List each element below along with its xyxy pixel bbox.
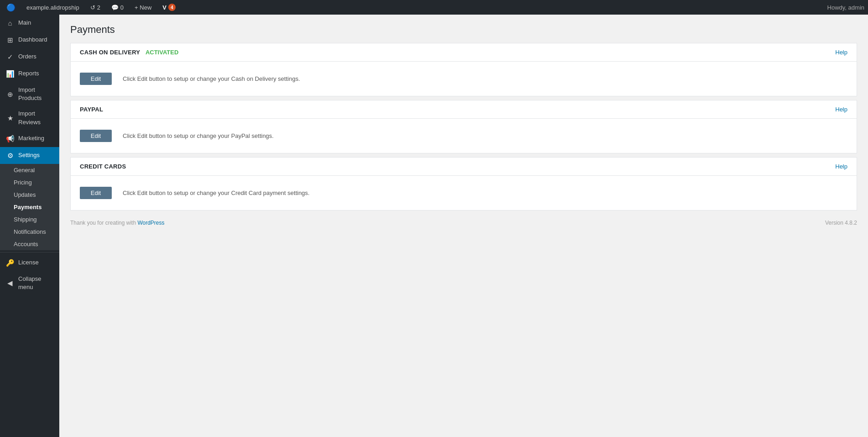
license-icon: 🔑: [5, 258, 15, 268]
sidebar-item-collapse[interactable]: ◀ Collapse menu: [0, 271, 59, 295]
paypal-description: Click Edit button to setup or change you…: [123, 132, 274, 139]
adminbar-wp-logo[interactable]: 🔵: [4, 0, 18, 15]
settings-icon: ⚙: [5, 151, 15, 160]
sidebar-settings-label: Settings: [18, 151, 40, 159]
payment-section-paypal: PAYPAL Help Edit Click Edit button to se…: [70, 100, 857, 153]
sidebar-dashboard-label: Dashboard: [18, 36, 47, 44]
new-label: + New: [135, 4, 151, 11]
sidebar-license-label: License: [18, 258, 39, 267]
sidebar: ⌂ Main ⊞ Dashboard ✓ Orders 📊 Reports ⊕ …: [0, 15, 59, 437]
sidebar-sub-accounts[interactable]: Accounts: [0, 238, 59, 250]
sidebar-import-reviews-label: Import Reviews: [18, 110, 54, 126]
reports-icon: 📊: [5, 69, 15, 79]
cod-body: Edit Click Edit button to setup or chang…: [71, 62, 857, 96]
comments-icon: 💬: [111, 4, 119, 11]
sidebar-item-settings[interactable]: ⚙ Settings: [0, 147, 59, 164]
sidebar-item-main[interactable]: ⌂ Main: [0, 15, 59, 32]
collapse-icon: ◀: [5, 278, 15, 288]
footer-wp-link[interactable]: WordPress: [137, 220, 164, 226]
main-icon: ⌂: [5, 18, 15, 28]
orders-icon: ✓: [5, 52, 15, 62]
cod-activated-label: ACTIVATED: [146, 49, 178, 56]
sidebar-collapse-label: Collapse menu: [18, 275, 54, 291]
sidebar-item-marketing[interactable]: 📢 Marketing: [0, 130, 59, 147]
footer: Thank you for creating with WordPress Ve…: [70, 220, 857, 226]
credit-cards-title: CREDIT CARDS: [80, 163, 126, 170]
import-reviews-icon: ★: [5, 113, 15, 123]
adminbar-plugin[interactable]: V 4: [160, 0, 178, 15]
sidebar-sub-shipping[interactable]: Shipping: [0, 213, 59, 226]
sidebar-divider: [0, 252, 59, 253]
cod-title: CASH ON DELIVERY: [80, 49, 140, 56]
admin-bar: 🔵 example.alidropship ↺ 2 💬 0 + New V 4 …: [0, 0, 868, 15]
sidebar-sub-notifications[interactable]: Notifications: [0, 226, 59, 238]
sidebar-sub-updates[interactable]: Updates: [0, 189, 59, 201]
wp-icon: 🔵: [6, 3, 16, 12]
dashboard-icon: ⊞: [5, 35, 15, 45]
sidebar-main-label: Main: [18, 19, 31, 27]
cod-title-group: CASH ON DELIVERY ACTIVATED: [80, 49, 178, 56]
paypal-title-group: PAYPAL: [80, 106, 103, 113]
sidebar-item-import-reviews[interactable]: ★ Import Reviews: [0, 106, 59, 130]
paypal-header: PAYPAL Help: [71, 100, 857, 119]
sidebar-sub-pricing[interactable]: Pricing: [0, 176, 59, 189]
sidebar-reports-label: Reports: [18, 69, 39, 78]
cod-header: CASH ON DELIVERY ACTIVATED Help: [71, 43, 857, 62]
footer-version: Version 4.8.2: [825, 220, 857, 226]
adminbar-howdy: Howdy, admin: [827, 4, 864, 11]
revisions-icon: ↺: [90, 4, 95, 11]
footer-text: Thank you for creating with: [70, 220, 137, 226]
sidebar-import-products-label: Import Products: [18, 86, 54, 102]
paypal-edit-button[interactable]: Edit: [80, 130, 112, 142]
sidebar-marketing-label: Marketing: [18, 134, 44, 142]
adminbar-new[interactable]: + New: [132, 0, 154, 15]
page-title: Payments: [70, 24, 857, 36]
sidebar-item-license[interactable]: 🔑 License: [0, 254, 59, 271]
comments-count: 0: [120, 4, 124, 11]
plugin-badge: 4: [168, 4, 176, 11]
sidebar-item-dashboard[interactable]: ⊞ Dashboard: [0, 32, 59, 48]
paypal-body: Edit Click Edit button to setup or chang…: [71, 119, 857, 153]
sidebar-sub-payments[interactable]: Payments: [0, 201, 59, 213]
payment-section-cod: CASH ON DELIVERY ACTIVATED Help Edit Cli…: [70, 43, 857, 96]
credit-cards-header: CREDIT CARDS Help: [71, 158, 857, 176]
revisions-count: 2: [97, 4, 100, 11]
sidebar-item-import-products[interactable]: ⊕ Import Products: [0, 82, 59, 106]
credit-cards-body: Edit Click Edit button to setup or chang…: [71, 176, 857, 210]
sidebar-item-orders[interactable]: ✓ Orders: [0, 48, 59, 65]
cod-description: Click Edit button to setup or change you…: [123, 75, 300, 82]
paypal-title: PAYPAL: [80, 106, 103, 113]
credit-cards-help-link[interactable]: Help: [835, 163, 847, 170]
sidebar-sub-general[interactable]: General: [0, 164, 59, 176]
paypal-help-link[interactable]: Help: [835, 106, 847, 113]
credit-cards-description: Click Edit button to setup or change you…: [123, 190, 310, 196]
sidebar-item-reports[interactable]: 📊 Reports: [0, 65, 59, 82]
marketing-icon: 📢: [5, 134, 15, 143]
adminbar-revisions[interactable]: ↺ 2: [88, 0, 103, 15]
plugin-icon: V: [162, 4, 166, 11]
adminbar-comments[interactable]: 💬 0: [109, 0, 126, 15]
credit-cards-edit-button[interactable]: Edit: [80, 187, 112, 199]
sidebar-orders-label: Orders: [18, 53, 36, 61]
import-products-icon: ⊕: [5, 90, 15, 99]
main-content: Payments CASH ON DELIVERY ACTIVATED Help…: [59, 15, 868, 437]
site-name-label: example.alidropship: [26, 4, 79, 11]
payment-section-credit-cards: CREDIT CARDS Help Edit Click Edit button…: [70, 157, 857, 211]
adminbar-site-name[interactable]: example.alidropship: [24, 0, 82, 15]
cod-help-link[interactable]: Help: [835, 49, 847, 56]
cod-edit-button[interactable]: Edit: [80, 73, 112, 85]
credit-cards-title-group: CREDIT CARDS: [80, 163, 126, 170]
settings-submenu: General Pricing Updates Payments Shippin…: [0, 164, 59, 250]
